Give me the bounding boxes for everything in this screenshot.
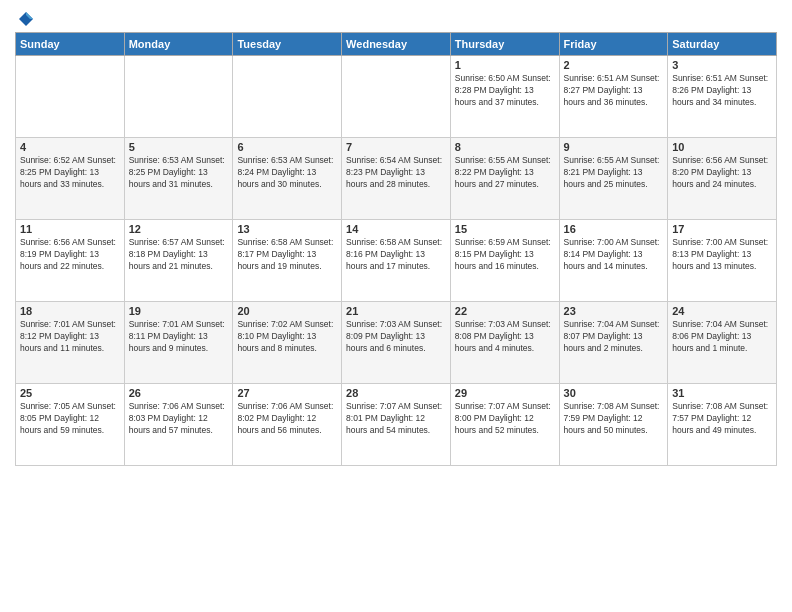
calendar-cell: 22Sunrise: 7:03 AM Sunset: 8:08 PM Dayli…: [450, 302, 559, 384]
day-number: 21: [346, 305, 446, 317]
calendar-cell: 21Sunrise: 7:03 AM Sunset: 8:09 PM Dayli…: [342, 302, 451, 384]
day-number: 26: [129, 387, 229, 399]
day-number: 30: [564, 387, 664, 399]
day-header-saturday: Saturday: [668, 33, 777, 56]
calendar-cell: 19Sunrise: 7:01 AM Sunset: 8:11 PM Dayli…: [124, 302, 233, 384]
day-info: Sunrise: 7:00 AM Sunset: 8:13 PM Dayligh…: [672, 237, 772, 273]
calendar-cell: 10Sunrise: 6:56 AM Sunset: 8:20 PM Dayli…: [668, 138, 777, 220]
calendar-cell: 30Sunrise: 7:08 AM Sunset: 7:59 PM Dayli…: [559, 384, 668, 466]
day-info: Sunrise: 6:57 AM Sunset: 8:18 PM Dayligh…: [129, 237, 229, 273]
day-info: Sunrise: 6:56 AM Sunset: 8:19 PM Dayligh…: [20, 237, 120, 273]
day-number: 10: [672, 141, 772, 153]
calendar-cell: 7Sunrise: 6:54 AM Sunset: 8:23 PM Daylig…: [342, 138, 451, 220]
calendar-cell: 28Sunrise: 7:07 AM Sunset: 8:01 PM Dayli…: [342, 384, 451, 466]
day-header-wednesday: Wednesday: [342, 33, 451, 56]
day-number: 13: [237, 223, 337, 235]
day-number: 28: [346, 387, 446, 399]
day-number: 2: [564, 59, 664, 71]
day-number: 11: [20, 223, 120, 235]
day-info: Sunrise: 6:50 AM Sunset: 8:28 PM Dayligh…: [455, 73, 555, 109]
calendar-cell: 4Sunrise: 6:52 AM Sunset: 8:25 PM Daylig…: [16, 138, 125, 220]
day-info: Sunrise: 6:59 AM Sunset: 8:15 PM Dayligh…: [455, 237, 555, 273]
day-number: 23: [564, 305, 664, 317]
week-row-4: 18Sunrise: 7:01 AM Sunset: 8:12 PM Dayli…: [16, 302, 777, 384]
day-number: 27: [237, 387, 337, 399]
day-info: Sunrise: 7:04 AM Sunset: 8:07 PM Dayligh…: [564, 319, 664, 355]
calendar-cell: 14Sunrise: 6:58 AM Sunset: 8:16 PM Dayli…: [342, 220, 451, 302]
header-row: SundayMondayTuesdayWednesdayThursdayFrid…: [16, 33, 777, 56]
calendar-table: SundayMondayTuesdayWednesdayThursdayFrid…: [15, 32, 777, 466]
calendar-cell: 13Sunrise: 6:58 AM Sunset: 8:17 PM Dayli…: [233, 220, 342, 302]
day-info: Sunrise: 7:07 AM Sunset: 8:00 PM Dayligh…: [455, 401, 555, 437]
calendar-cell: 25Sunrise: 7:05 AM Sunset: 8:05 PM Dayli…: [16, 384, 125, 466]
day-number: 16: [564, 223, 664, 235]
calendar-cell: 15Sunrise: 6:59 AM Sunset: 8:15 PM Dayli…: [450, 220, 559, 302]
calendar-cell: 31Sunrise: 7:08 AM Sunset: 7:57 PM Dayli…: [668, 384, 777, 466]
day-info: Sunrise: 7:04 AM Sunset: 8:06 PM Dayligh…: [672, 319, 772, 355]
day-number: 31: [672, 387, 772, 399]
day-number: 18: [20, 305, 120, 317]
calendar-cell: 12Sunrise: 6:57 AM Sunset: 8:18 PM Dayli…: [124, 220, 233, 302]
day-number: 15: [455, 223, 555, 235]
day-info: Sunrise: 7:08 AM Sunset: 7:59 PM Dayligh…: [564, 401, 664, 437]
calendar-cell: 27Sunrise: 7:06 AM Sunset: 8:02 PM Dayli…: [233, 384, 342, 466]
day-info: Sunrise: 7:00 AM Sunset: 8:14 PM Dayligh…: [564, 237, 664, 273]
calendar-cell: [233, 56, 342, 138]
calendar-cell: 18Sunrise: 7:01 AM Sunset: 8:12 PM Dayli…: [16, 302, 125, 384]
calendar-cell: 20Sunrise: 7:02 AM Sunset: 8:10 PM Dayli…: [233, 302, 342, 384]
day-header-monday: Monday: [124, 33, 233, 56]
week-row-1: 1Sunrise: 6:50 AM Sunset: 8:28 PM Daylig…: [16, 56, 777, 138]
day-header-tuesday: Tuesday: [233, 33, 342, 56]
day-number: 24: [672, 305, 772, 317]
calendar-cell: 29Sunrise: 7:07 AM Sunset: 8:00 PM Dayli…: [450, 384, 559, 466]
day-number: 4: [20, 141, 120, 153]
day-info: Sunrise: 6:51 AM Sunset: 8:26 PM Dayligh…: [672, 73, 772, 109]
day-number: 1: [455, 59, 555, 71]
logo-icon: [17, 10, 35, 28]
day-number: 3: [672, 59, 772, 71]
day-number: 17: [672, 223, 772, 235]
calendar-container: SundayMondayTuesdayWednesdayThursdayFrid…: [0, 0, 792, 612]
calendar-cell: 9Sunrise: 6:55 AM Sunset: 8:21 PM Daylig…: [559, 138, 668, 220]
day-number: 25: [20, 387, 120, 399]
day-number: 19: [129, 305, 229, 317]
header: [15, 10, 777, 24]
day-number: 22: [455, 305, 555, 317]
day-info: Sunrise: 7:08 AM Sunset: 7:57 PM Dayligh…: [672, 401, 772, 437]
calendar-cell: 11Sunrise: 6:56 AM Sunset: 8:19 PM Dayli…: [16, 220, 125, 302]
day-info: Sunrise: 7:01 AM Sunset: 8:11 PM Dayligh…: [129, 319, 229, 355]
week-row-2: 4Sunrise: 6:52 AM Sunset: 8:25 PM Daylig…: [16, 138, 777, 220]
day-number: 5: [129, 141, 229, 153]
day-info: Sunrise: 7:05 AM Sunset: 8:05 PM Dayligh…: [20, 401, 120, 437]
day-number: 9: [564, 141, 664, 153]
day-info: Sunrise: 6:58 AM Sunset: 8:16 PM Dayligh…: [346, 237, 446, 273]
day-number: 20: [237, 305, 337, 317]
calendar-cell: [124, 56, 233, 138]
day-header-friday: Friday: [559, 33, 668, 56]
calendar-cell: 23Sunrise: 7:04 AM Sunset: 8:07 PM Dayli…: [559, 302, 668, 384]
day-info: Sunrise: 7:07 AM Sunset: 8:01 PM Dayligh…: [346, 401, 446, 437]
week-row-3: 11Sunrise: 6:56 AM Sunset: 8:19 PM Dayli…: [16, 220, 777, 302]
day-info: Sunrise: 6:58 AM Sunset: 8:17 PM Dayligh…: [237, 237, 337, 273]
day-info: Sunrise: 6:51 AM Sunset: 8:27 PM Dayligh…: [564, 73, 664, 109]
day-info: Sunrise: 7:02 AM Sunset: 8:10 PM Dayligh…: [237, 319, 337, 355]
calendar-cell: [342, 56, 451, 138]
calendar-cell: 3Sunrise: 6:51 AM Sunset: 8:26 PM Daylig…: [668, 56, 777, 138]
calendar-cell: 16Sunrise: 7:00 AM Sunset: 8:14 PM Dayli…: [559, 220, 668, 302]
calendar-cell: 17Sunrise: 7:00 AM Sunset: 8:13 PM Dayli…: [668, 220, 777, 302]
day-number: 7: [346, 141, 446, 153]
day-info: Sunrise: 6:53 AM Sunset: 8:25 PM Dayligh…: [129, 155, 229, 191]
day-info: Sunrise: 7:01 AM Sunset: 8:12 PM Dayligh…: [20, 319, 120, 355]
day-info: Sunrise: 6:55 AM Sunset: 8:22 PM Dayligh…: [455, 155, 555, 191]
logo: [15, 10, 35, 24]
day-number: 14: [346, 223, 446, 235]
calendar-cell: 26Sunrise: 7:06 AM Sunset: 8:03 PM Dayli…: [124, 384, 233, 466]
day-number: 12: [129, 223, 229, 235]
day-info: Sunrise: 6:52 AM Sunset: 8:25 PM Dayligh…: [20, 155, 120, 191]
day-info: Sunrise: 6:54 AM Sunset: 8:23 PM Dayligh…: [346, 155, 446, 191]
calendar-cell: 2Sunrise: 6:51 AM Sunset: 8:27 PM Daylig…: [559, 56, 668, 138]
calendar-cell: 24Sunrise: 7:04 AM Sunset: 8:06 PM Dayli…: [668, 302, 777, 384]
calendar-cell: 6Sunrise: 6:53 AM Sunset: 8:24 PM Daylig…: [233, 138, 342, 220]
day-header-thursday: Thursday: [450, 33, 559, 56]
day-info: Sunrise: 7:06 AM Sunset: 8:02 PM Dayligh…: [237, 401, 337, 437]
